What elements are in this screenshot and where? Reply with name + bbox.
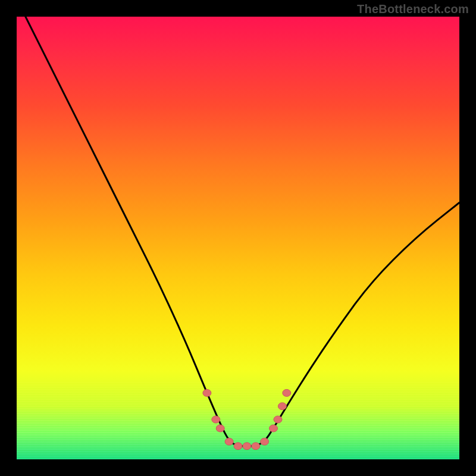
bottleneck-curve-svg [17, 17, 459, 459]
curve-marker [243, 443, 251, 450]
chart-frame: TheBottleneck.com [0, 0, 476, 476]
curve-marker [274, 416, 282, 423]
bottleneck-curve-path [26, 17, 459, 446]
curve-marker [283, 389, 291, 396]
curve-marker [278, 403, 286, 410]
curve-marker [261, 438, 269, 445]
curve-marker [216, 425, 224, 432]
curve-marker [203, 389, 211, 396]
curve-marker [212, 416, 220, 423]
curve-marker [225, 438, 233, 445]
curve-marker [252, 443, 260, 450]
curve-markers [203, 389, 291, 449]
curve-marker [270, 425, 278, 432]
watermark-text: TheBottleneck.com [357, 2, 469, 16]
curve-marker [234, 443, 242, 450]
plot-area [17, 17, 459, 459]
